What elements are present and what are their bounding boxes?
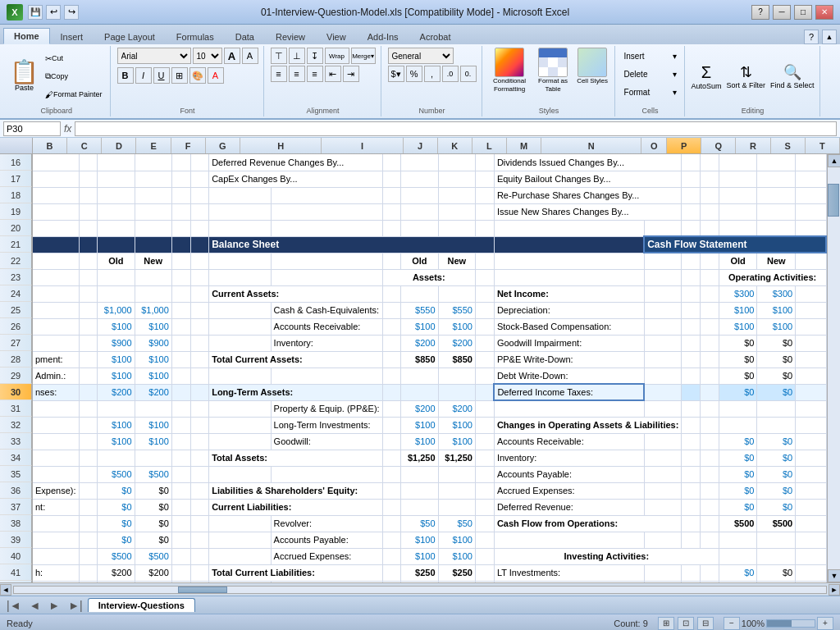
- minimize-button[interactable]: ─: [773, 5, 791, 20]
- cell-G25[interactable]: [190, 302, 209, 318]
- cell-S27[interactable]: $0: [757, 335, 796, 351]
- cell-E37[interactable]: $0: [135, 499, 171, 515]
- row-num-36[interactable]: 36: [0, 482, 32, 499]
- cell-C29[interactable]: [79, 368, 98, 384]
- cell-G24[interactable]: [190, 285, 209, 302]
- cell-Q42[interactable]: [701, 581, 719, 582]
- cell-J42[interactable]: [382, 581, 401, 582]
- cell-F28[interactable]: [171, 351, 190, 368]
- cell-B41[interactable]: h:: [33, 564, 79, 581]
- cell-F22[interactable]: [171, 253, 190, 269]
- cell-G34[interactable]: [190, 450, 209, 466]
- cell-I19[interactable]: [271, 203, 382, 220]
- cell-I38[interactable]: Revolver:: [271, 515, 382, 532]
- cell-R19[interactable]: [719, 203, 757, 220]
- cell-H34[interactable]: Total Assets:: [209, 450, 382, 466]
- cell-N20[interactable]: [494, 220, 644, 236]
- cell-J27[interactable]: [382, 335, 401, 351]
- cell-Q31[interactable]: [701, 400, 719, 417]
- cell-M22[interactable]: [475, 253, 494, 269]
- cell-R26[interactable]: $100: [719, 318, 757, 335]
- cell-H35[interactable]: [209, 466, 271, 482]
- cell-B35[interactable]: [33, 466, 79, 482]
- cell-Q17[interactable]: [701, 171, 719, 187]
- align-center-button[interactable]: ≡: [289, 66, 305, 82]
- cell-R22[interactable]: Old: [719, 253, 757, 269]
- cell-G41[interactable]: [190, 564, 209, 581]
- cell-Q34[interactable]: [701, 450, 719, 466]
- cell-J36[interactable]: [382, 482, 401, 499]
- cell-B29[interactable]: Admin.:: [33, 368, 79, 384]
- row-num-34[interactable]: 34: [0, 450, 32, 466]
- cell-D36[interactable]: $0: [98, 482, 135, 499]
- cell-S33[interactable]: $0: [757, 433, 796, 450]
- cell-R41[interactable]: $0: [719, 564, 757, 581]
- cell-G19[interactable]: [190, 203, 209, 220]
- cell-P29[interactable]: [682, 368, 701, 384]
- cell-D22[interactable]: Old: [98, 253, 135, 269]
- cell-K26[interactable]: $100: [401, 318, 438, 335]
- cell-S26[interactable]: $100: [757, 318, 796, 335]
- cell-H28[interactable]: Total Current Assets:: [209, 351, 382, 368]
- cell-Q23[interactable]: [701, 269, 719, 285]
- font-family-select[interactable]: Arial: [117, 48, 191, 64]
- tab-acrobat[interactable]: Acrobat: [409, 29, 462, 44]
- cell-G32[interactable]: [190, 417, 209, 433]
- cell-E28[interactable]: $100: [135, 351, 171, 368]
- cell-F40[interactable]: [171, 548, 190, 564]
- cell-C19[interactable]: [79, 203, 98, 220]
- cell-M38[interactable]: [475, 515, 494, 532]
- cell-K34[interactable]: $1,250: [401, 450, 438, 466]
- cell-J20[interactable]: [382, 220, 401, 236]
- cell-E19[interactable]: [135, 203, 171, 220]
- cell-L37[interactable]: [438, 499, 475, 515]
- cell-T19[interactable]: [796, 203, 826, 220]
- cell-K20[interactable]: [401, 220, 438, 236]
- cell-M18[interactable]: [475, 187, 494, 203]
- cell-Q30[interactable]: [701, 384, 719, 400]
- cell-E36[interactable]: $0: [135, 482, 171, 499]
- cell-E40[interactable]: $500: [135, 548, 171, 564]
- cell-L25[interactable]: $550: [438, 302, 475, 318]
- cell-O30[interactable]: [644, 384, 682, 400]
- cell-R28[interactable]: $0: [719, 351, 757, 368]
- autosum-button[interactable]: Σ AutoSum: [692, 63, 722, 90]
- cell-R17[interactable]: [719, 171, 757, 187]
- align-right-button[interactable]: ≡: [307, 66, 323, 82]
- cell-L41[interactable]: $250: [438, 564, 475, 581]
- cell-E35[interactable]: $500: [135, 466, 171, 482]
- cell-B40[interactable]: [33, 548, 79, 564]
- cell-L31[interactable]: $200: [438, 400, 475, 417]
- cell-B36[interactable]: Expense):: [33, 482, 79, 499]
- name-box[interactable]: [3, 121, 61, 136]
- tab-nav-prev[interactable]: ◄: [26, 599, 44, 612]
- cell-T20[interactable]: [796, 220, 826, 236]
- cell-E18[interactable]: [135, 187, 171, 203]
- cell-M39[interactable]: [475, 532, 494, 548]
- cell-T28[interactable]: [796, 351, 826, 368]
- cell-P27[interactable]: [682, 335, 701, 351]
- cell-N28[interactable]: PP&E Write-Down:: [494, 351, 644, 368]
- row-num-37[interactable]: 37: [0, 499, 32, 515]
- row-num-23[interactable]: 23: [0, 269, 32, 285]
- cell-J31[interactable]: [382, 400, 401, 417]
- cell-I31[interactable]: Property & Equip. (PP&E):: [271, 400, 382, 417]
- cell-B22[interactable]: [33, 253, 79, 269]
- cell-M37[interactable]: [475, 499, 494, 515]
- cell-R42[interactable]: ($50): [719, 581, 757, 582]
- cell-E32[interactable]: $100: [135, 417, 171, 433]
- page-break-view-button[interactable]: ⊟: [697, 617, 714, 630]
- cell-K16[interactable]: [401, 154, 438, 171]
- col-header-I[interactable]: I: [322, 138, 403, 154]
- cell-C26[interactable]: [79, 318, 98, 335]
- cell-O24[interactable]: [644, 285, 682, 302]
- cell-B20[interactable]: [33, 220, 79, 236]
- cell-S40[interactable]: [757, 548, 796, 564]
- tab-formulas[interactable]: Formulas: [166, 29, 225, 44]
- cell-K17[interactable]: [401, 171, 438, 187]
- restore-button[interactable]: □: [794, 5, 812, 20]
- cell-D34[interactable]: [98, 450, 135, 466]
- cell-C34[interactable]: [79, 450, 98, 466]
- cell-B33[interactable]: [33, 433, 79, 450]
- insert-cells-button[interactable]: Insert▾: [622, 48, 679, 64]
